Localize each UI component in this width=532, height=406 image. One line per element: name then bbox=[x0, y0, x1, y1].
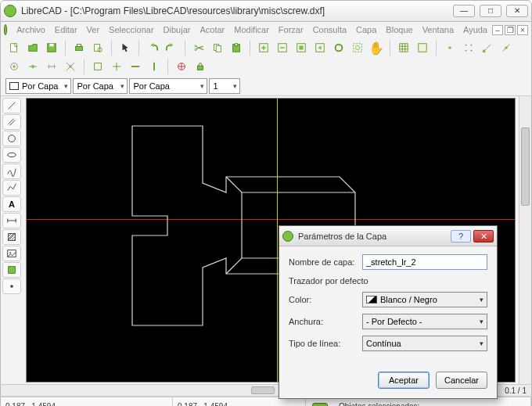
save-button[interactable] bbox=[43, 39, 60, 56]
tool-block[interactable] bbox=[2, 262, 21, 278]
svg-rect-32 bbox=[198, 66, 203, 70]
tool-ellipse[interactable] bbox=[2, 147, 21, 163]
menu-archivo[interactable]: Archivo bbox=[12, 25, 50, 34]
menu-ayuda[interactable]: Ayuda bbox=[458, 25, 492, 34]
snap-int-button[interactable] bbox=[62, 58, 79, 75]
restrict-v-button[interactable] bbox=[146, 58, 163, 75]
restrict-none-button[interactable] bbox=[89, 58, 106, 75]
linecolor-combo[interactable]: Por Capa bbox=[5, 78, 71, 94]
app-icon bbox=[4, 5, 16, 17]
menu-editar[interactable]: Editar bbox=[50, 25, 82, 34]
restrict-h-button[interactable] bbox=[127, 58, 144, 75]
minimize-button[interactable]: — bbox=[453, 5, 475, 17]
menu-ver[interactable]: Ver bbox=[82, 25, 105, 34]
svg-rect-12 bbox=[279, 44, 287, 52]
zoom-auto-button[interactable] bbox=[293, 39, 310, 56]
svg-point-23 bbox=[466, 50, 467, 52]
linetype-combo[interactable]: Contínua bbox=[362, 336, 487, 351]
selection-label: Objetos seleccionados: bbox=[339, 402, 419, 406]
h-scroll-thumb[interactable] bbox=[251, 386, 275, 394]
pen-group-label: Trazador por defecto bbox=[289, 276, 487, 286]
menu-bloque[interactable]: Bloque bbox=[381, 25, 417, 34]
tool-hatch[interactable] bbox=[2, 229, 21, 245]
dialog-titlebar[interactable]: Parámetros de la Capa ? ✕ bbox=[279, 226, 497, 246]
menu-forzar[interactable]: Forzar bbox=[274, 25, 308, 34]
layer-toolbar: Por Capa Por Capa Por Capa 1 bbox=[0, 77, 532, 96]
menu-acotar[interactable]: Acotar bbox=[195, 25, 229, 34]
tool-parallel[interactable] bbox=[2, 114, 21, 130]
v-scroll-thumb[interactable] bbox=[521, 128, 530, 206]
cancel-button[interactable]: Cancelar bbox=[436, 372, 487, 389]
undo-button[interactable] bbox=[144, 39, 161, 56]
accept-button[interactable]: Aceptar bbox=[378, 372, 430, 389]
svg-rect-9 bbox=[233, 45, 240, 52]
redo-button[interactable] bbox=[163, 39, 180, 56]
tool-line[interactable] bbox=[2, 98, 21, 113]
zoom-in-button[interactable] bbox=[255, 39, 272, 56]
status-mouse-widget[interactable] bbox=[312, 403, 328, 406]
linewidth-combo[interactable]: Por Capa bbox=[73, 78, 128, 94]
mdi-close-button[interactable]: × bbox=[517, 25, 528, 35]
zoom-window-button[interactable] bbox=[349, 39, 366, 56]
zoom-previous-button[interactable] bbox=[311, 39, 329, 56]
rel-zero-button[interactable] bbox=[173, 58, 190, 75]
restrict-ortho-button[interactable] bbox=[108, 58, 125, 75]
menu-capa[interactable]: Capa bbox=[351, 25, 381, 34]
svg-rect-5 bbox=[95, 45, 100, 52]
copy-button[interactable] bbox=[209, 39, 226, 56]
svg-point-22 bbox=[471, 45, 473, 46]
svg-point-24 bbox=[471, 50, 473, 52]
pan-button[interactable]: ✋ bbox=[368, 39, 385, 56]
svg-point-26 bbox=[505, 46, 508, 49]
width-combo[interactable]: - Por Defecto - bbox=[362, 314, 487, 329]
snap-dist-button[interactable] bbox=[43, 58, 60, 75]
cut-button[interactable]: ✂ bbox=[190, 39, 207, 56]
lock-zero-button[interactable] bbox=[192, 58, 209, 75]
tool-dim[interactable] bbox=[2, 213, 21, 228]
tool-image[interactable] bbox=[2, 246, 21, 261]
maximize-button[interactable]: □ bbox=[480, 5, 501, 17]
snap-center-button[interactable] bbox=[5, 58, 23, 75]
menu-modificar[interactable]: Modificar bbox=[229, 25, 274, 34]
page-combo[interactable]: 1 bbox=[209, 78, 240, 94]
print-preview-button[interactable] bbox=[89, 39, 106, 56]
svg-point-37 bbox=[9, 252, 11, 253]
snap-end-button[interactable] bbox=[479, 39, 496, 56]
color-combo[interactable]: Blanco / Negro bbox=[362, 292, 487, 307]
svg-rect-3 bbox=[76, 46, 83, 50]
draft-toggle-button[interactable] bbox=[414, 39, 431, 56]
linetype-combo[interactable]: Por Capa bbox=[129, 78, 207, 94]
redraw-button[interactable] bbox=[330, 39, 347, 56]
tool-circle[interactable] bbox=[2, 131, 21, 146]
snap-free-button[interactable] bbox=[441, 39, 458, 56]
tool-text[interactable]: A bbox=[2, 196, 21, 212]
snap-grid-button[interactable] bbox=[460, 39, 477, 56]
snap-mid-button[interactable] bbox=[24, 58, 41, 75]
cursor-button[interactable] bbox=[117, 39, 134, 56]
menu-dibujar[interactable]: Dibujar bbox=[159, 25, 196, 34]
close-button[interactable]: ✕ bbox=[506, 5, 528, 17]
snap-on-button[interactable] bbox=[498, 39, 515, 56]
dialog-help-button[interactable]: ? bbox=[451, 230, 471, 243]
menu-ventana[interactable]: Ventana bbox=[418, 25, 458, 34]
print-button[interactable] bbox=[70, 39, 88, 56]
zoom-out-button[interactable] bbox=[274, 39, 291, 56]
mdi-restore-button[interactable]: ❐ bbox=[505, 25, 516, 35]
tool-polyline[interactable] bbox=[2, 180, 21, 196]
tool-point[interactable] bbox=[2, 278, 21, 294]
menu-seleccionar[interactable]: Seleccionar bbox=[104, 25, 158, 34]
dialog-close-button[interactable]: ✕ bbox=[473, 230, 494, 243]
svg-rect-36 bbox=[8, 250, 16, 257]
vertical-scrollbar[interactable] bbox=[519, 96, 531, 384]
new-file-button[interactable] bbox=[5, 39, 23, 56]
svg-rect-19 bbox=[419, 44, 427, 52]
svg-rect-15 bbox=[316, 44, 325, 52]
open-button[interactable] bbox=[24, 39, 41, 56]
svg-point-27 bbox=[11, 63, 18, 70]
layer-name-input[interactable] bbox=[362, 254, 487, 270]
mdi-minimize-button[interactable]: – bbox=[492, 25, 503, 35]
menu-consulta[interactable]: Consulta bbox=[308, 25, 351, 34]
grid-toggle-button[interactable] bbox=[395, 39, 412, 56]
paste-button[interactable] bbox=[228, 39, 245, 56]
tool-spline[interactable] bbox=[2, 163, 21, 179]
